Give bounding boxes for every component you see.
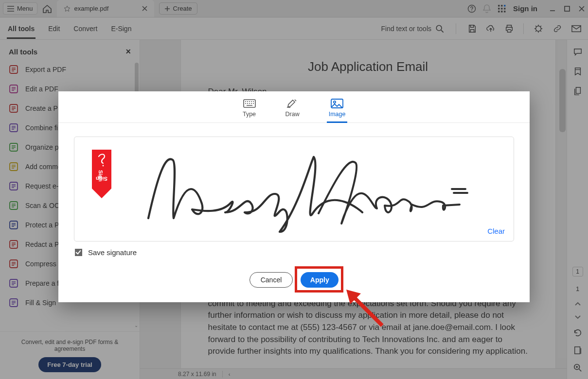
signature-modal: Type Draw Image Sign Sign — [58, 91, 530, 302]
create-label: Create — [173, 5, 192, 12]
svg-point-12 — [536, 26, 541, 31]
sidebar-title: All tools — [9, 48, 37, 56]
home-button[interactable] — [39, 1, 55, 16]
tab-edit[interactable]: Edit — [47, 19, 61, 38]
svg-rect-3 — [504, 5, 506, 7]
export-pdf-icon — [9, 65, 18, 74]
chat-icon — [573, 48, 582, 56]
svg-rect-10 — [565, 6, 570, 11]
apps-grid-icon — [498, 4, 506, 13]
find-button[interactable]: Find text or tools — [381, 24, 445, 33]
save-button[interactable] — [468, 24, 477, 33]
signature-image — [119, 145, 469, 233]
tab-label-type: Type — [243, 111, 256, 118]
svg-point-11 — [436, 25, 442, 31]
prepare-form-icon — [9, 278, 18, 288]
svg-rect-6 — [504, 8, 506, 10]
window-close-button[interactable] — [578, 5, 585, 12]
pages-icon — [573, 86, 582, 95]
print-button[interactable] — [505, 24, 514, 33]
create-button[interactable]: Create — [159, 2, 197, 15]
tab-label-image: Image — [329, 111, 346, 118]
tab-convert[interactable]: Convert — [72, 19, 98, 38]
combine-icon — [9, 123, 18, 133]
menu-label: Menu — [17, 5, 33, 12]
ai-assist-button[interactable] — [534, 24, 543, 34]
notifications-button[interactable] — [483, 4, 491, 13]
sign-in-button[interactable]: Sign in — [513, 4, 537, 13]
vertical-scrollbar[interactable] — [558, 40, 567, 358]
svg-rect-8 — [501, 11, 503, 13]
sparkle-gear-icon — [534, 24, 543, 34]
sidebar-scroll-down[interactable]: ⌄ — [134, 323, 139, 328]
thumbnails-panel-button[interactable] — [573, 86, 582, 95]
page-number-input[interactable]: 1 — [572, 267, 583, 276]
signature-mode-tabs: Type Draw Image — [58, 91, 530, 123]
save-signature-checkbox[interactable] — [75, 249, 82, 256]
window-maximize-button[interactable] — [564, 5, 570, 12]
tab-all-tools[interactable]: All tools — [7, 19, 36, 38]
help-icon — [467, 4, 476, 13]
svg-rect-4 — [498, 8, 500, 10]
sidebar-item-label: Edit a PDF — [25, 85, 58, 93]
scrollbar-thumb[interactable] — [559, 69, 566, 132]
page-down-button[interactable] — [574, 315, 581, 320]
free-trial-button[interactable]: Free 7-day trial — [38, 357, 101, 372]
signature-tab-type[interactable]: Type — [240, 97, 259, 119]
upload-button[interactable] — [486, 24, 495, 33]
rotate-button[interactable] — [573, 328, 582, 337]
tab-close-button[interactable] — [142, 6, 147, 11]
zoom-button[interactable] — [573, 363, 582, 372]
home-icon — [42, 4, 52, 13]
chevron-up-icon — [574, 301, 581, 306]
image-icon — [330, 98, 344, 109]
close-icon — [578, 5, 585, 12]
protect-icon — [9, 220, 18, 230]
save-icon — [468, 24, 477, 33]
bookmarks-panel-button[interactable] — [573, 67, 582, 76]
separator — [523, 23, 524, 34]
organize-icon — [9, 142, 18, 152]
compress-icon — [9, 259, 18, 269]
chevron-down-icon — [574, 315, 581, 320]
svg-rect-13 — [572, 25, 581, 32]
clear-signature-button[interactable]: Clear — [487, 227, 505, 235]
edit-pdf-icon — [9, 84, 18, 94]
rotate-icon — [573, 328, 582, 337]
comments-panel-button[interactable] — [573, 48, 582, 56]
menu-button[interactable]: Menu — [3, 2, 37, 15]
help-button[interactable] — [467, 4, 476, 13]
plus-icon — [164, 6, 170, 12]
page-layout-icon — [573, 346, 582, 355]
titlebar-right: Sign in — [467, 4, 585, 13]
mail-icon — [571, 25, 581, 33]
signature-tab-draw[interactable]: Draw — [283, 97, 303, 119]
signature-tab-image[interactable]: Image — [326, 97, 349, 119]
cancel-button[interactable]: Cancel — [249, 272, 293, 288]
statusbar-prev[interactable]: ‹ — [229, 371, 231, 377]
tab-esign[interactable]: E-Sign — [110, 19, 132, 38]
zoom-in-icon — [573, 363, 582, 372]
tab-label-draw: Draw — [285, 111, 300, 118]
page-up-button[interactable] — [574, 301, 581, 306]
signature-preview: Sign Sign Clear — [74, 137, 514, 241]
svg-point-32 — [103, 165, 104, 167]
sign-flag: Sign Sign — [92, 150, 111, 199]
sidebar-item-label: Export a PDF — [25, 66, 66, 73]
document-tab[interactable]: example.pdf — [57, 0, 154, 17]
page-total: 1 — [576, 285, 579, 293]
svg-rect-5 — [501, 8, 503, 10]
close-icon — [142, 6, 147, 11]
email-button[interactable] — [571, 25, 581, 33]
apps-button[interactable] — [498, 4, 506, 13]
svg-rect-2 — [501, 5, 503, 7]
print-icon — [505, 24, 514, 33]
sidebar-item-export-a-pdf[interactable]: Export a PDF — [0, 60, 135, 79]
sidebar-close-button[interactable]: × — [125, 47, 131, 57]
window-minimize-button[interactable] — [549, 5, 556, 12]
scan-ocr-icon — [9, 201, 18, 210]
link-button[interactable] — [553, 24, 562, 33]
sidebar-footer: Convert, edit and e-sign PDF forms & agr… — [0, 331, 140, 379]
page-display-button[interactable] — [573, 346, 582, 355]
star-icon — [64, 5, 71, 12]
